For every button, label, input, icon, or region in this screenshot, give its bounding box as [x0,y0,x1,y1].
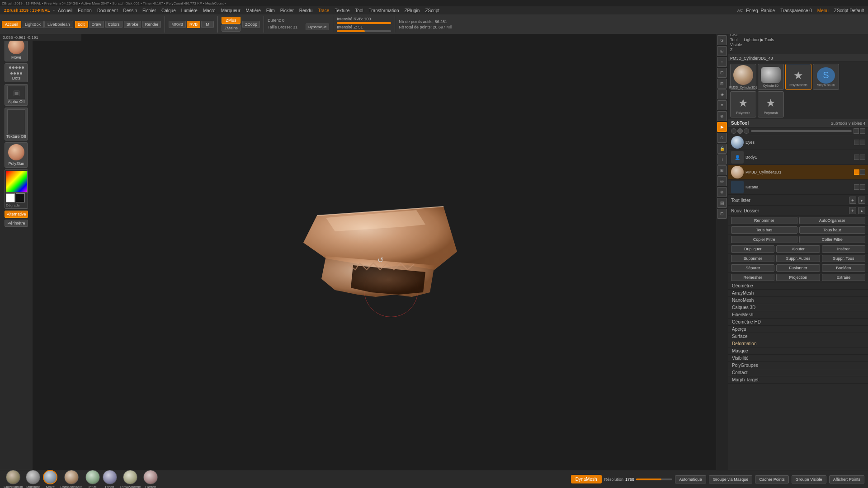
menu-item-document[interactable]: Document [95,8,120,14]
auto-organiser-btn[interactable]: AutoOrganiser [799,217,866,224]
ri-7[interactable]: ≡ [717,100,727,110]
eyes-btn1[interactable] [854,140,859,145]
ri-3[interactable]: ↕ [717,57,727,67]
ri-8[interactable]: ⊕ [717,111,727,121]
nouv-dossier-plus[interactable]: + [849,207,856,214]
tool-thumb-polymesh[interactable]: PolyMesh3D [785,64,811,90]
color-picker[interactable]: Dégrade [5,169,28,209]
m-btn[interactable]: M [201,21,214,28]
separer-btn[interactable]: Séparer [731,264,774,272]
tool-thumb-pm3d-cyl1[interactable]: PM3D_Cylinder3D1 [730,64,756,90]
zcoop-btn[interactable]: ZCoop [242,21,260,28]
tab-accueil[interactable]: Accueil [2,21,21,28]
ri-16[interactable]: ▤ [717,198,727,208]
tool-thumb-poly1[interactable]: Polymesh [730,91,756,117]
section-deformation[interactable]: Deformation [728,340,868,347]
edit-btn[interactable]: Edit [75,21,88,28]
section-geometrie[interactable]: Géométrie [728,282,868,290]
draw-btn[interactable]: Draw [89,21,104,28]
suppr-tous-btn[interactable]: Suppr. Tous [822,255,865,262]
dynamique-btn[interactable]: Dynamique [306,23,329,30]
section-fibermesh[interactable]: FiberMesh [728,311,868,319]
tout-lister-arrow[interactable]: ▸ [858,197,865,204]
remesher-btn[interactable]: Remesher [731,274,774,281]
alpha-off[interactable]: ▣ Alpha Off [5,84,28,106]
brush-move[interactable]: Move [43,470,57,488]
subtool-eyes[interactable]: Eyes [728,135,868,150]
tab-liveboolean[interactable]: LiveBoolean [44,21,73,28]
coller-filtre-btn[interactable]: Coller Filtre [799,236,866,243]
menu-item-texture[interactable]: Texture [332,8,352,14]
brush-inflat[interactable]: Inflat [85,470,100,488]
menu-item-edition[interactable]: Edition [75,8,94,14]
ri-17[interactable]: ⊡ [717,209,727,219]
menu-item-accueil[interactable]: Accueil [56,8,75,14]
section-polygroupes[interactable]: PolyGroupes [728,362,868,369]
menu-item-macro[interactable]: Macro [201,8,218,14]
automatique-btn[interactable]: Automatique [675,475,706,483]
brush-damstandard[interactable]: DamStandard [60,470,82,488]
cacher-points-btn[interactable]: Cacher Points [755,475,789,483]
ri-13[interactable]: ⊞ [717,165,727,175]
ri-6[interactable]: ◈ [717,89,727,99]
tout-lister-btn[interactable]: Tout lister [731,198,847,203]
suppr-autres-btn[interactable]: Suppr. Autres [776,255,820,262]
render-btn[interactable]: Render [142,21,161,28]
brush-standard[interactable]: Standard [26,470,40,488]
subtool-pm3d-cyl[interactable]: PM3D_Cylinder3D1 [728,165,868,180]
groupe-masque-btn[interactable]: Groupe via Masque [709,475,753,483]
section-arraymesh[interactable]: ArrayMesh [728,290,868,297]
section-nanomesh[interactable]: NanoMesh [728,297,868,304]
tous-bas-btn[interactable]: Tous bas [731,226,797,234]
menu-item-rendu[interactable]: Rendu [297,8,315,14]
section-geometriehd[interactable]: Géométrie HD [728,319,868,326]
ajouter-btn[interactable]: Ajouter [776,245,820,253]
tool-thumb-simplebrush[interactable]: S SimpleBrush [813,64,839,90]
copier-filtre-btn[interactable]: Copier Filtre [731,236,797,243]
tous-haut-btn[interactable]: Tous haut [799,226,866,234]
menu-item-trace[interactable]: Trace [316,8,331,14]
menu-item-calque[interactable]: Calque [159,8,178,14]
groupe-visible-btn[interactable]: Groupe Visible [792,475,826,483]
nouv-dossier-btn[interactable]: Nouv. Dossier [731,208,847,213]
stroke-btn[interactable]: Stroke [124,21,141,28]
menu-item-fichier[interactable]: Fichier [140,8,158,14]
menu-item-marqueur[interactable]: Marqueur [219,8,243,14]
body1-btn1[interactable] [854,155,859,160]
fusionner-btn[interactable]: Fusionner [776,264,820,272]
menu-item-pickler[interactable]: Pickler [278,8,296,14]
section-masque[interactable]: Masque [728,347,868,355]
subtool-katana[interactable]: Katana [728,180,868,195]
ri-14[interactable]: ◎ [717,176,727,186]
katana-btn2[interactable] [860,184,865,190]
rslider-1[interactable] [854,128,859,134]
resolution-slider[interactable] [636,479,672,480]
inserer-btn[interactable]: Insérer [822,245,865,253]
section-surface[interactable]: Surface [728,333,868,340]
menu-item-tool[interactable]: Tool [353,8,365,14]
menu-item-film[interactable]: Film [264,8,277,14]
brush-flatten[interactable]: Flatten [143,470,158,488]
ri-4[interactable]: ⊡ [717,68,727,78]
white-swatch[interactable] [6,193,15,202]
afficher-points-btn[interactable]: Afficher: Points [829,475,864,483]
polyskin-btn[interactable]: PolySkin [5,142,28,168]
ri-12[interactable]: ≀ [717,155,727,164]
eye-slider[interactable] [751,130,852,132]
body1-btn2[interactable] [860,155,865,160]
colors-btn[interactable]: Colors [105,21,123,28]
section-visibilite[interactable]: Visibilité [728,355,868,362]
eyes-btn2[interactable] [860,140,865,145]
menu-item-matiere[interactable]: Matière [244,8,263,14]
pm3d-btn1[interactable] [854,169,859,175]
rslider-2[interactable] [860,128,865,134]
ri-10[interactable]: ⊙ [717,133,727,143]
menu-item-transformation[interactable]: Transformation [367,8,401,14]
brush-trimdynamic[interactable]: TrimDynamic [120,470,141,488]
perimetre-btn[interactable]: Périmètre [5,220,28,227]
booleen-btn[interactable]: Booléen [822,264,865,272]
dynamed-btn[interactable]: DynaMesh [571,475,602,483]
dupliquer-btn[interactable]: Dupliquer [731,245,774,253]
extraire-btn[interactable]: Extraire [822,274,865,281]
menu-enreg[interactable]: Enreg. Rapide [744,8,777,14]
